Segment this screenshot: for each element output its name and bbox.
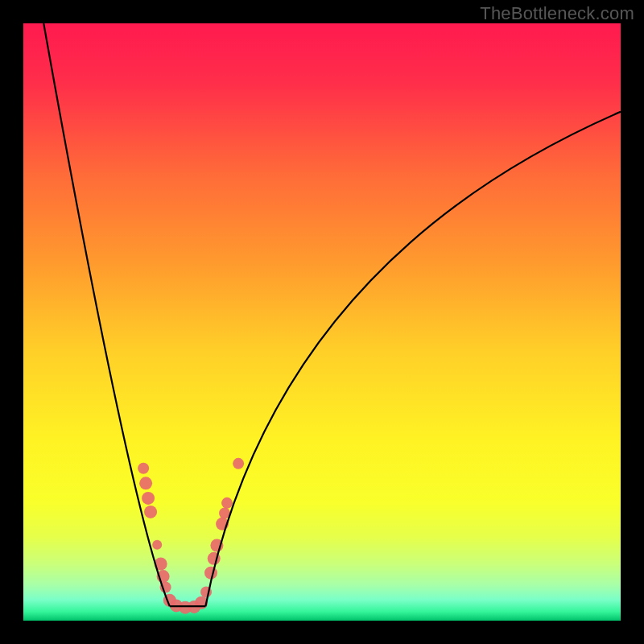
scatter-dot <box>233 458 244 469</box>
scatter-dot <box>204 567 217 580</box>
curves-layer <box>23 23 621 621</box>
scatter-dot <box>138 463 149 474</box>
scatter-dot <box>152 540 162 550</box>
watermark-text: TheBottleneck.com <box>480 3 634 24</box>
scatter-dot <box>142 492 155 505</box>
scatter-dot <box>144 506 157 518</box>
left-curve <box>43 23 170 606</box>
plot-area <box>23 23 621 621</box>
scatter-dots <box>138 458 244 614</box>
chart-frame: TheBottleneck.com <box>0 0 644 644</box>
scatter-dot <box>221 497 233 509</box>
scatter-dot <box>139 477 152 489</box>
right-curve <box>205 112 621 606</box>
